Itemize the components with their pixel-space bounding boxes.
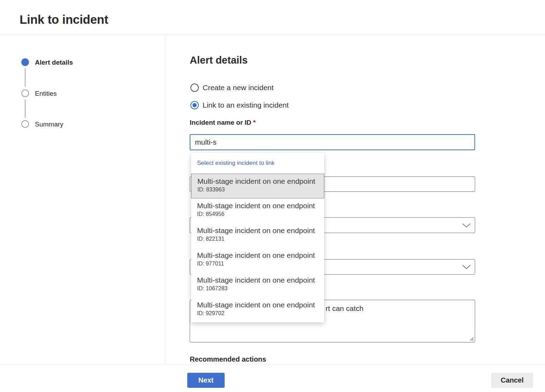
required-asterisk: * — [253, 119, 256, 126]
incident-option-833963[interactable]: Multi-stage incident on one endpoint ID:… — [191, 174, 324, 198]
step-dot-entities — [21, 89, 29, 97]
incident-option-1067283[interactable]: Multi-stage incident on one endpoint ID:… — [191, 273, 324, 298]
incident-option-title: Multi-stage incident on one endpoint — [197, 273, 324, 284]
radio-label: Link to an existing incident — [203, 100, 289, 110]
wizard-step-entities[interactable]: Entities — [35, 89, 57, 97]
next-button[interactable]: Next — [187, 373, 225, 388]
page-title: Link to incident — [20, 13, 108, 27]
incident-name-label-text: Incident name or ID — [190, 119, 251, 126]
step-dot-alert-details — [21, 58, 29, 66]
incident-option-title: Multi-stage incident on one endpoint — [197, 174, 324, 186]
incident-option-929702[interactable]: Multi-stage incident on one endpoint ID:… — [191, 298, 324, 322]
incident-option-title: Multi-stage incident on one endpoint — [197, 198, 324, 210]
incident-option-id: ID: 854956 — [197, 210, 324, 217]
footer-bar: Next Cancel — [0, 364, 545, 392]
step-dot-summary — [21, 120, 29, 128]
step-connector — [25, 68, 26, 87]
incident-option-id: ID: 1067283 — [197, 284, 324, 292]
incident-option-854956[interactable]: Multi-stage incident on one endpoint ID:… — [191, 198, 324, 223]
sidebar-divider — [165, 35, 165, 364]
radio-circle-selected-icon — [190, 101, 199, 109]
section-heading: Alert details — [190, 55, 248, 66]
textarea-visible-text: rt can catch — [326, 304, 364, 313]
wizard-step-alert-details[interactable]: Alert details — [35, 58, 73, 66]
incident-option-id: ID: 822131 — [197, 235, 324, 242]
wizard-step-summary[interactable]: Summary — [35, 120, 63, 128]
incident-option-title: Multi-stage incident on one endpoint — [197, 248, 324, 260]
incident-option-title: Multi-stage incident on one endpoint — [197, 298, 324, 309]
select-existing-incident-link[interactable]: Select existing incident to link — [197, 160, 275, 167]
incident-option-977011[interactable]: Multi-stage incident on one endpoint ID:… — [191, 248, 324, 273]
incident-option-822131[interactable]: Multi-stage incident on one endpoint ID:… — [191, 223, 324, 248]
incident-option-id: ID: 833963 — [197, 186, 324, 193]
recommended-actions-label: Recommended actions — [190, 355, 266, 363]
chevron-down-icon — [462, 265, 471, 269]
incident-option-id: ID: 929702 — [197, 309, 324, 317]
incident-name-input[interactable] — [190, 134, 475, 150]
resize-handle-icon[interactable] — [469, 336, 474, 341]
radio-label: Create a new incident — [203, 83, 274, 93]
incident-option-title: Multi-stage incident on one endpoint — [197, 223, 324, 235]
incident-name-label: Incident name or ID * — [190, 119, 256, 126]
cancel-button[interactable]: Cancel — [491, 373, 533, 388]
chevron-down-icon — [462, 223, 471, 228]
incident-suggestions-dropdown: Select existing incident to link Multi-s… — [191, 153, 324, 322]
radio-circle-unselected-icon — [190, 84, 199, 92]
step-connector — [25, 100, 26, 118]
header-divider — [0, 34, 545, 35]
incident-option-id: ID: 977011 — [197, 260, 324, 267]
